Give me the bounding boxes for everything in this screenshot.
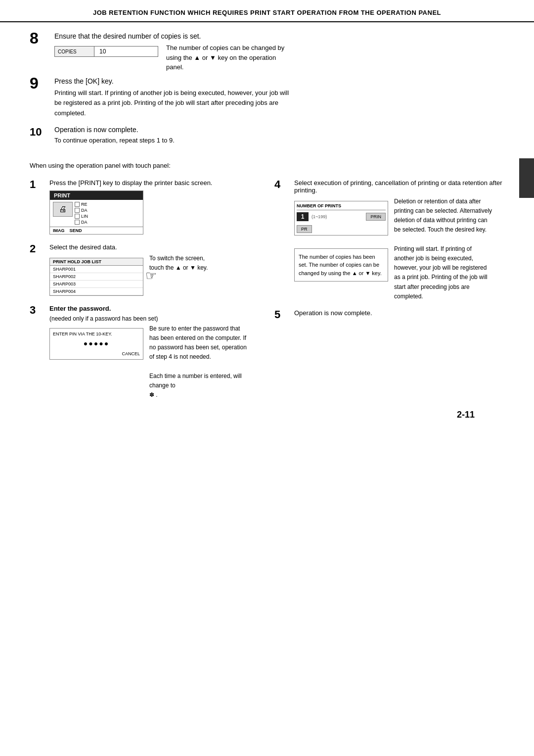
step-5-row: 5 Operation is now complete. [274,309,504,320]
job-list-header: PRINT HOLD JOB LIST [50,258,143,266]
imag-label: IMAG [53,228,65,233]
step-9-text: Press the [OK] key. [54,77,504,85]
step-10-text: Operation is now complete. [54,126,504,134]
screen-left-panel: 🖨 [53,202,73,225]
content-area: 8 Ensure that the desired number of copi… [0,22,534,440]
step-2-switch-text: To switch the screen, touch the ▲ or ▼ k… [149,254,214,273]
prints-mockup: NUMBER OF PRINTS 1 (1~199) PRIN PR [294,201,388,236]
header-title: JOB RETENTION FUNCTION WHICH REQUIRES PR… [93,9,441,16]
option-lin-label: LIN [81,214,88,219]
print-title-bar: PRINT [50,191,143,200]
print-title: PRINT [54,192,70,198]
page-header: JOB RETENTION FUNCTION WHICH REQUIRES PR… [0,0,534,22]
prints-btn1[interactable]: PRIN [366,213,386,221]
step-8-num: 8 [30,30,54,46]
checkbox-da2 [75,220,80,225]
step-1-content: Press the [PRINT] key to display the pri… [49,179,260,238]
job-list-mockup: PRINT HOLD JOB LIST SHARP001 SHARP002 SH… [49,258,143,296]
prints-value: 1 [297,212,309,221]
print-description: Printing will start. If printing of anot… [394,244,493,301]
touch-panel-header: When using the operation panel with touc… [30,162,504,169]
pin-dots: ●●●●● [53,339,140,347]
print-screen-body: 🖨 RE DA [50,200,143,227]
step-3-row: 3 Enter the password. (needed only if a … [30,305,260,400]
job-list-item-3: SHARP003 [50,281,143,288]
screen-right-options: RE DA LIN [75,202,88,225]
hand-icon: ☞ [145,268,157,284]
right-column: 4 Select execution of printing, cancella… [274,179,504,405]
two-col-layout: 1 Press the [PRINT] key to display the p… [30,179,504,405]
step-2-text: Select the desired data. [49,243,260,251]
prints-range: (1~199) [312,214,327,219]
copies-label: COPIES [55,47,94,56]
pin-mockup: ENTER PIN VIA THE 10-KEY. ●●●●● CANCEL [49,328,143,360]
touch-panel-section: When using the operation panel with touc… [30,162,504,405]
step-8-row: 8 Ensure that the desired number of copi… [30,32,504,72]
copies-value: 10 [94,47,111,56]
step-5-content: Operation is now complete. [294,309,504,320]
step-9-row: 9 Press the [OK] key. Printing will star… [30,77,504,122]
step-10-row: 10 Operation is now complete. To continu… [30,126,504,147]
step-10-sub: To continue operation, repeat steps 1 to… [54,137,504,144]
step-10-content: Operation is now complete. To continue o… [54,126,504,147]
pin-label: ENTER PIN VIA THE 10-KEY. [53,331,140,336]
copies-set-text: The number of copies has been set. The n… [299,254,382,276]
step-3-num: 3 [30,305,49,316]
step-3-note: Each time a number is entered, will chan… [149,373,242,389]
pin-cancel: CANCEL [53,351,140,356]
step-2-row: 2 Select the desired data. PRINT HOLD JO… [30,243,260,300]
screen-bottom-bar: IMAG SEND [50,227,143,234]
option-da2-label: DA [81,220,88,225]
step-1-num: 1 [30,179,49,190]
prints-body: 1 (1~199) PRIN [297,212,386,221]
left-column: 1 Press the [PRINT] key to display the p… [30,179,260,405]
step-3-text: Enter the password. [49,305,260,312]
checkbox-lin [75,214,80,219]
step-9-num: 9 [30,75,54,91]
step-4-content: Select execution of printing, cancellati… [294,179,504,239]
step-1-row: 1 Press the [PRINT] key to display the p… [30,179,260,238]
option-lin: LIN [75,214,88,219]
step-8-description: The number of copies can be changed by u… [166,44,284,71]
step-8-content: Ensure that the desired number of copies… [54,32,504,72]
step-5-num: 5 [274,309,294,320]
option-da-label: DA [81,208,88,213]
job-list-item-2: SHARP002 [50,273,143,281]
step-2-content: Select the desired data. PRINT HOLD JOB … [49,243,260,300]
step-3-desc-text: Be sure to enter the password that has b… [149,325,247,361]
copies-set-box: The number of copies has been set. The n… [294,248,388,282]
print-screen-mockup: PRINT 🖨 RE [49,190,143,235]
step-4-num: 4 [274,179,294,190]
step-10-num: 10 [30,126,54,139]
step-8-text: Ensure that the desired number of copies… [54,32,504,40]
job-list-item-4: SHARP004 [50,288,143,295]
option-da: DA [75,208,88,213]
job-list-item-1: SHARP001 [50,266,143,273]
step-2-num: 2 [30,243,49,254]
prints-btn2[interactable]: PR [297,225,312,233]
step-1-text: Press the [PRINT] key to display the pri… [49,179,260,187]
step-4-text: Select execution of printing, cancellati… [294,179,504,194]
step-4-description: Deletion or retention of data after prin… [394,197,493,235]
option-re-label: RE [81,202,88,207]
step-9-content: Press the [OK] key. Printing will start.… [54,77,504,122]
option-re: RE [75,202,88,207]
step-5-text: Operation is now complete. [294,309,504,317]
prints-header: NUMBER OF PRINTS [297,203,386,210]
step-3-content: Enter the password. (needed only if a pa… [49,305,260,400]
step-4-row: 4 Select execution of printing, cancella… [274,179,504,239]
step-3-sub: (needed only if a password has been set) [49,315,260,322]
copies-print-row: The number of copies has been set. The n… [294,244,504,301]
checkbox-da [75,208,80,213]
option-da2: DA [75,220,88,225]
tab-marker [519,158,534,198]
checkbox-re [75,202,80,207]
copies-box: COPIES 10 [54,46,158,57]
send-label: SEND [70,228,82,233]
step-9-description: Printing will start. If printing of anot… [54,88,292,119]
page-container: JOB RETENTION FUNCTION WHICH REQUIRES PR… [0,0,534,756]
step-3-description: Be sure to enter the password that has b… [149,324,248,400]
printer-icon: 🖨 [53,202,73,217]
step-3-asterisk: ✽ . [149,391,158,398]
page-number: 2-11 [30,405,504,430]
